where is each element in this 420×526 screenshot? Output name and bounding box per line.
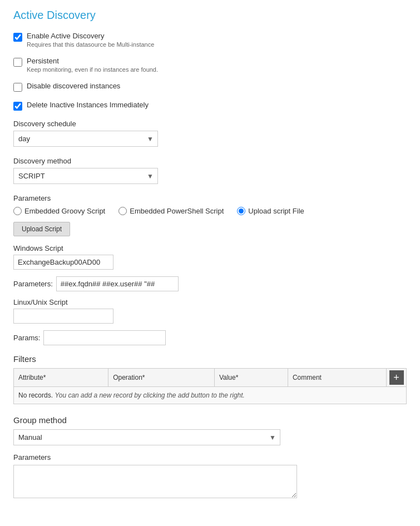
page-title: Active Discovery [13,9,407,22]
no-records-row: No records. You can add a new record by … [14,387,407,404]
windows-script-field-row: Windows Script [13,244,407,270]
add-filter-button[interactable]: + [389,370,404,385]
group-method-label: Group method [13,415,407,425]
delete-inactive-checkbox[interactable] [13,102,22,111]
windows-params-input[interactable] [56,276,179,291]
group-method-select-wrapper: Manual Auto ▼ [13,429,280,445]
enable-active-discovery-checkbox[interactable] [13,33,22,42]
persistent-checkbox[interactable] [13,58,22,67]
upload-script-file-option: Upload script File [237,207,304,215]
enable-active-discovery-label: Enable Active Discovery [27,32,154,40]
persistent-label: Persistent [27,57,158,65]
group-method-select[interactable]: Manual Auto [13,429,280,445]
linux-script-input[interactable] [13,309,113,324]
disable-discovered-row: Disable discovered instances [13,82,407,92]
embedded-groovy-label[interactable]: Embedded Groovy Script [24,207,105,215]
disable-discovered-checkbox[interactable] [13,83,22,92]
embedded-powershell-radio[interactable] [118,207,127,215]
no-records-hint: You can add a new record by clicking the… [55,391,245,399]
filters-section: Filters Attribute* Operation* Value* Com… [13,354,407,404]
filter-col-add: + [387,369,407,387]
parameters-section-label: Parameters [13,194,407,202]
embedded-powershell-label[interactable]: Embedded PowerShell Script [130,207,224,215]
upload-script-file-label[interactable]: Upload script File [248,207,304,215]
filter-col-value: Value* [214,369,288,387]
discovery-method-select[interactable]: SCRIPT WMI SNMP [13,168,158,184]
upload-script-file-radio[interactable] [237,207,245,215]
linux-params-row: Params: [13,330,407,345]
delete-inactive-label: Delete Inactive Instances Immediately [27,101,149,109]
discovery-method-select-wrapper: SCRIPT WMI SNMP ▼ [13,168,158,184]
windows-params-label: Parameters: [13,280,53,288]
group-method-params-textarea[interactable] [13,465,297,498]
discovery-schedule-select[interactable]: day hour 30 minutes manual [13,131,158,147]
filter-col-comment: Comment [288,369,386,387]
persistent-sub-label: Keep monitoring, even if no instances ar… [27,66,158,73]
windows-script-input[interactable] [13,255,113,270]
embedded-powershell-option: Embedded PowerShell Script [118,207,224,215]
discovery-schedule-select-wrapper: day hour 30 minutes manual ▼ [13,131,158,147]
group-method-params-section: Parameters [13,453,407,500]
no-records-text: No records. [18,391,53,399]
windows-params-row: Parameters: [13,276,407,291]
group-method-params-label: Parameters [13,453,407,462]
embedded-groovy-radio[interactable] [13,207,22,215]
disable-discovered-label: Disable discovered instances [27,82,120,90]
linux-params-label: Params: [13,334,40,342]
enable-active-discovery-row: Enable Active Discovery Requires that th… [13,32,407,48]
discovery-schedule-label: Discovery schedule [13,120,407,128]
upload-script-button[interactable]: Upload Script [13,222,70,236]
windows-script-label: Windows Script [13,244,407,252]
group-method-section: Group method Manual Auto ▼ Parameters [13,415,407,500]
filters-table: Attribute* Operation* Value* Comment + N… [13,368,407,404]
discovery-method-label: Discovery method [13,157,407,165]
persistent-row: Persistent Keep monitoring, even if no i… [13,57,407,73]
linux-script-label: Linux/Unix Script [13,298,407,306]
filter-col-operation: Operation* [108,369,215,387]
linux-params-input[interactable] [43,330,166,345]
delete-inactive-row: Delete Inactive Instances Immediately [13,101,407,111]
script-type-radio-group: Embedded Groovy Script Embedded PowerShe… [13,207,407,215]
enable-active-discovery-sub-label: Requires that this datasource be Multi-i… [27,41,154,48]
embedded-groovy-option: Embedded Groovy Script [13,207,105,215]
parameters-section: Parameters Embedded Groovy Script Embedd… [13,194,407,345]
linux-script-field-row: Linux/Unix Script [13,298,407,324]
filter-col-attribute: Attribute* [14,369,108,387]
no-records-cell: No records. You can add a new record by … [14,387,407,404]
filters-label: Filters [13,354,407,364]
